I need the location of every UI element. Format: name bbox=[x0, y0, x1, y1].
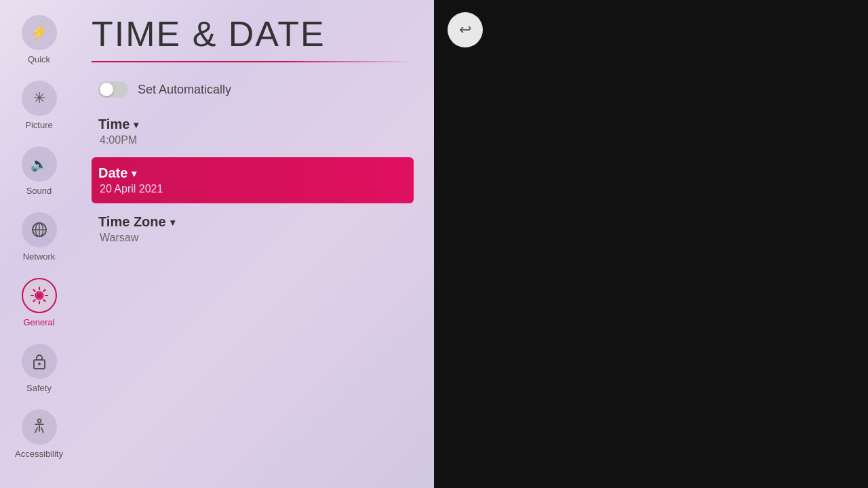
sidebar-item-safety[interactable]: Safety bbox=[0, 336, 78, 401]
sidebar-item-label-safety: Safety bbox=[26, 383, 52, 393]
time-row[interactable]: Time ▾ 4:00PM bbox=[92, 108, 414, 155]
sidebar-item-label-general: General bbox=[23, 317, 54, 327]
accessibility-icon bbox=[31, 418, 48, 436]
picture-icon-circle: ✳ bbox=[22, 81, 57, 116]
sidebar-item-accessibility[interactable]: Accessibility bbox=[0, 401, 78, 467]
timezone-row-value: Warsaw bbox=[98, 232, 407, 244]
date-row-value: 20 April 2021 bbox=[98, 183, 407, 195]
sidebar-item-network[interactable]: Network bbox=[0, 204, 78, 270]
set-automatically-label: Set Automatically bbox=[138, 83, 231, 97]
general-icon-circle bbox=[22, 278, 57, 313]
svg-point-7 bbox=[38, 363, 41, 365]
set-automatically-row[interactable]: Set Automatically bbox=[92, 76, 414, 103]
back-arrow-icon: ↩ bbox=[459, 21, 471, 39]
general-icon bbox=[30, 286, 49, 305]
sound-icon: 🔉 bbox=[31, 156, 47, 172]
timezone-row[interactable]: Time Zone ▾ Warsaw bbox=[92, 206, 414, 252]
safety-icon-circle bbox=[22, 344, 57, 379]
network-icon-circle bbox=[22, 212, 57, 247]
main-content: TIME & DATE Set Automatically Time ▾ 4:0… bbox=[78, 0, 434, 488]
back-button[interactable]: ↩ bbox=[448, 12, 483, 47]
page-title: TIME & DATE bbox=[92, 14, 414, 54]
set-automatically-toggle[interactable] bbox=[98, 81, 128, 98]
date-row-label: Date ▾ bbox=[98, 165, 407, 181]
sidebar-item-label-quick: Quick bbox=[28, 54, 50, 64]
time-chevron-icon: ▾ bbox=[134, 119, 138, 130]
safety-icon bbox=[31, 352, 47, 370]
svg-point-4 bbox=[37, 293, 42, 298]
timezone-row-label: Time Zone ▾ bbox=[98, 214, 407, 230]
timezone-chevron-icon: ▾ bbox=[170, 217, 175, 228]
sidebar-item-sound[interactable]: 🔉 Sound bbox=[0, 138, 78, 204]
sidebar-item-label-network: Network bbox=[23, 251, 56, 262]
time-row-label: Time ▾ bbox=[98, 117, 407, 132]
dark-panel: ↩ bbox=[434, 0, 868, 488]
time-row-value: 4:00PM bbox=[98, 134, 407, 146]
date-row[interactable]: Date ▾ 20 April 2021 bbox=[92, 157, 414, 203]
quick-icon: ⚡ bbox=[30, 24, 48, 41]
accessibility-icon-circle bbox=[22, 409, 57, 445]
settings-panel: ⚡ Quick ✳ Picture 🔉 Sound bbox=[0, 0, 434, 488]
sidebar-item-quick[interactable]: ⚡ Quick bbox=[0, 7, 78, 73]
section-divider bbox=[92, 61, 414, 62]
sidebar-item-label-accessibility: Accessibility bbox=[15, 449, 63, 459]
svg-point-8 bbox=[37, 420, 41, 423]
sidebar: ⚡ Quick ✳ Picture 🔉 Sound bbox=[0, 0, 78, 488]
network-icon bbox=[31, 221, 48, 239]
sidebar-item-picture[interactable]: ✳ Picture bbox=[0, 73, 78, 138]
quick-icon-circle: ⚡ bbox=[22, 15, 57, 50]
toggle-knob bbox=[100, 83, 113, 96]
sidebar-item-label-sound: Sound bbox=[26, 186, 52, 196]
date-chevron-icon: ▾ bbox=[132, 168, 136, 179]
sidebar-item-label-picture: Picture bbox=[25, 120, 52, 130]
picture-icon: ✳ bbox=[33, 89, 45, 107]
sidebar-item-general[interactable]: General bbox=[0, 270, 78, 336]
sound-icon-circle: 🔉 bbox=[22, 146, 57, 182]
